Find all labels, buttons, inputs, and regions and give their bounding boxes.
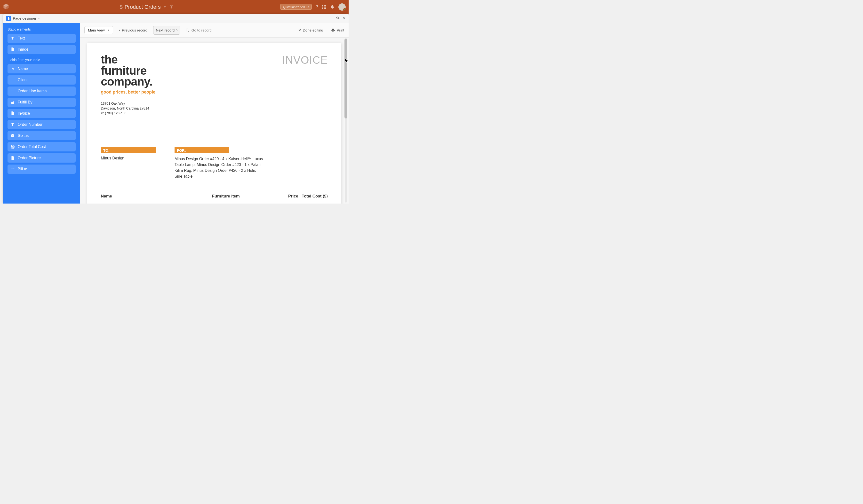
sidebar-section-fields: Fields from your table — [8, 58, 76, 62]
field-label: Order Total Cost — [18, 144, 46, 149]
canvas-wrap[interactable]: the furniture company. good prices, bett… — [80, 38, 349, 203]
nav-label: Previous record — [122, 28, 147, 32]
dollar-icon: $ — [120, 4, 123, 10]
app-logo-icon — [3, 3, 9, 10]
field-status[interactable]: Status — [8, 131, 76, 140]
file-icon — [10, 111, 15, 116]
to-label-bar: TO: — [101, 147, 155, 153]
go-to-record-search[interactable]: Go to record... — [184, 28, 214, 32]
base-title-text: Product Orders — [125, 4, 161, 10]
content-toolbar: Main View ▼ ‹ Previous record Next recor… — [80, 23, 349, 38]
print-label: Print — [337, 28, 344, 32]
view-select-label: Main View — [88, 28, 105, 32]
company-line: company. — [101, 76, 155, 87]
svg-rect-2 — [325, 5, 326, 6]
formula-icon: fx — [10, 67, 15, 71]
static-element-image[interactable]: Image — [8, 45, 76, 54]
done-label: Done editing — [303, 28, 323, 32]
done-editing-button[interactable]: ✕ Done editing — [298, 28, 323, 33]
table-row: Minus Design Order #420 - 4 x Kaiser-ide… — [101, 201, 328, 203]
field-label: Status — [18, 134, 29, 138]
field-label: Bill to — [18, 167, 27, 171]
col-price: Price — [273, 194, 298, 201]
content-column: Main View ▼ ‹ Previous record Next recor… — [80, 23, 349, 203]
avatar[interactable] — [338, 3, 346, 11]
field-client[interactable]: Client — [8, 75, 76, 85]
svg-point-15 — [12, 146, 13, 147]
svg-rect-4 — [324, 7, 325, 8]
field-label: Order Line Items — [18, 89, 47, 93]
vertical-scrollbar[interactable] — [344, 38, 348, 203]
to-text: Minus Design — [101, 156, 155, 160]
print-button[interactable]: Print — [331, 28, 344, 32]
nav-label: Next record — [156, 28, 175, 32]
svg-rect-9 — [8, 17, 9, 20]
company-line: furniture — [101, 65, 155, 76]
chevron-down-icon: ▼ — [107, 29, 110, 32]
bell-icon[interactable] — [330, 5, 335, 9]
addr-line: P: (704) 123-456 — [101, 111, 155, 116]
elements-sidebar: Static elements Text Image Fields from y… — [3, 23, 80, 203]
svg-rect-12 — [12, 101, 12, 102]
field-name[interactable]: fx Name — [8, 64, 76, 73]
help-button[interactable]: Questions? Ask us — [280, 4, 312, 10]
panel-titlebar: Page designer ▼ ✕ — [3, 14, 349, 23]
previous-record-button[interactable]: ‹ Previous record — [116, 26, 150, 34]
svg-point-14 — [11, 134, 14, 137]
text-type-icon — [10, 122, 15, 127]
line-items-table: Name Furniture Item Price Total Cost ($)… — [101, 194, 328, 203]
app-topbar: $ Product Orders ▼ ⓘ Questions? Ask us ? — [0, 0, 349, 14]
svg-point-16 — [11, 146, 14, 148]
rollup-icon — [10, 144, 15, 149]
chevron-down-icon[interactable]: ▼ — [38, 17, 40, 20]
field-invoice[interactable]: Invoice — [8, 109, 76, 118]
calendar-icon — [10, 100, 15, 104]
company-line: the — [101, 54, 155, 65]
scrollbar-thumb[interactable] — [345, 39, 347, 118]
invoice-heading: INVOICE — [282, 54, 328, 66]
field-bill-to[interactable]: Bill to — [8, 165, 76, 174]
view-select[interactable]: Main View ▼ — [84, 26, 113, 34]
field-label: Order Number — [18, 122, 42, 127]
tagline: good prices, better people — [101, 90, 155, 95]
field-order-line-items[interactable]: Order Line Items — [8, 87, 76, 96]
linked-record-icon — [10, 78, 15, 82]
close-icon[interactable]: ✕ — [342, 16, 346, 21]
company-name: the furniture company. — [101, 54, 155, 87]
page-designer-panel: Page designer ▼ ✕ Static elements Text I… — [3, 14, 349, 203]
svg-rect-6 — [322, 8, 323, 9]
gear-icon[interactable] — [336, 16, 340, 21]
field-order-total-cost[interactable]: Order Total Cost — [8, 142, 76, 151]
static-element-label: Text — [18, 36, 25, 40]
cell-total: $3,456.00 — [298, 201, 328, 203]
base-title[interactable]: $ Product Orders ▼ ⓘ — [120, 4, 173, 10]
apps-grid-icon[interactable] — [322, 5, 326, 9]
svg-rect-8 — [325, 8, 326, 9]
panel-title[interactable]: Page designer — [13, 16, 36, 20]
chevron-left-icon: ‹ — [119, 28, 121, 33]
svg-rect-5 — [325, 7, 326, 8]
file-icon — [10, 47, 15, 52]
svg-rect-13 — [13, 101, 14, 102]
table-header-row: Name Furniture Item Price Total Cost ($) — [101, 194, 328, 201]
info-icon[interactable]: ⓘ — [170, 4, 173, 9]
field-order-picture[interactable]: Order Picture — [8, 153, 76, 163]
close-icon: ✕ — [298, 28, 301, 33]
cursor-pointer-icon — [345, 58, 349, 64]
col-item: Furniture Item — [212, 194, 273, 201]
static-element-label: Image — [18, 47, 28, 52]
static-element-text[interactable]: Text — [8, 34, 76, 43]
company-address: 13701 Oak Way Davidson, North Carolina 2… — [101, 101, 155, 116]
for-text: Minus Design Order #420 - 4 x Kaiser-ide… — [175, 156, 264, 179]
field-fulfill-by[interactable]: Fulfill By — [8, 98, 76, 107]
help-icon[interactable]: ? — [316, 4, 318, 10]
field-label: Fulfill By — [18, 100, 32, 104]
invoice-page[interactable]: the furniture company. good prices, bett… — [87, 43, 341, 203]
cell-item: Kaiser-idell™ Luxus Table Lamp — [212, 201, 273, 203]
presence-dot — [343, 8, 346, 11]
text-type-icon — [10, 36, 15, 40]
svg-rect-11 — [11, 101, 14, 102]
select-icon — [10, 134, 15, 138]
field-order-number[interactable]: Order Number — [8, 120, 76, 129]
next-record-button[interactable]: Next record › — [153, 26, 180, 35]
